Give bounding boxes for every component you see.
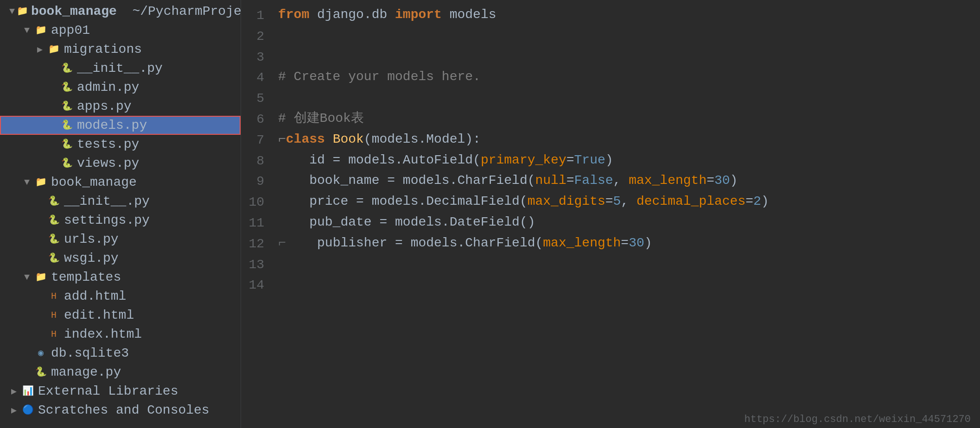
sidebar-item-db-sqlite3[interactable]: ◉ db.sqlite3 bbox=[0, 344, 241, 363]
sidebar-item-label: __init__.py bbox=[77, 61, 163, 76]
arrow-icon bbox=[9, 404, 19, 416]
py-file-icon: 🐍 bbox=[33, 366, 48, 379]
sidebar-item-app01[interactable]: 📁 app01 bbox=[0, 21, 241, 40]
html-file-icon: H bbox=[46, 290, 61, 303]
sidebar-item-label: migrations bbox=[64, 42, 142, 57]
folder-icon: 📁 bbox=[17, 5, 28, 18]
sidebar-item-ext-libs[interactable]: 📊 External Libraries bbox=[0, 382, 241, 401]
py-file-icon: 🐍 bbox=[46, 252, 61, 265]
sidebar-item-label: wsgi.py bbox=[64, 251, 119, 265]
sidebar-item-label: External Libraries bbox=[38, 384, 178, 398]
sidebar-item-tests[interactable]: 🐍 tests.py bbox=[0, 135, 241, 154]
file-tree[interactable]: 📁 book_manage ~/PycharmProjects/book_man… bbox=[0, 0, 241, 428]
sidebar-item-init1[interactable]: 🐍 __init__.py bbox=[0, 59, 241, 78]
scratches-icon: 🔵 bbox=[20, 404, 35, 417]
sidebar-item-label: manage.py bbox=[51, 365, 121, 379]
sidebar-item-wsgi[interactable]: 🐍 wsgi.py bbox=[0, 249, 241, 268]
arrow-icon bbox=[9, 385, 19, 397]
sidebar-item-label: templates bbox=[51, 270, 121, 284]
folder-icon: 📁 bbox=[33, 271, 48, 284]
sidebar-item-label: apps.py bbox=[77, 99, 132, 113]
arrow-icon bbox=[35, 44, 45, 55]
sidebar-item-label: db.sqlite3 bbox=[51, 346, 129, 360]
sidebar-item-root[interactable]: 📁 book_manage ~/PycharmProjects/book_man… bbox=[0, 2, 241, 21]
sidebar-item-edit-html[interactable]: H edit.html bbox=[0, 306, 241, 325]
code-area[interactable]: 1 2 3 4 5 6 7 8 9 10 11 12 13 14 from dj… bbox=[241, 0, 980, 428]
py-file-icon: 🐍 bbox=[46, 233, 61, 246]
footer-url: https://blog.csdn.net/weixin_44571270 bbox=[735, 411, 980, 428]
db-file-icon: ◉ bbox=[33, 347, 48, 360]
url-text: https://blog.csdn.net/weixin_44571270 bbox=[745, 414, 971, 425]
sidebar-item-scratches[interactable]: 🔵 Scratches and Consoles bbox=[0, 401, 241, 420]
sidebar-item-index-html[interactable]: H index.html bbox=[0, 325, 241, 344]
sidebar-item-label: models.py bbox=[77, 118, 147, 132]
ext-libs-icon: 📊 bbox=[20, 385, 35, 398]
py-file-icon: 🐍 bbox=[59, 81, 74, 94]
sidebar-item-models[interactable]: 🐍 models.py bbox=[0, 116, 241, 135]
py-file-icon: 🐍 bbox=[59, 119, 74, 132]
sidebar-item-label: Scratches and Consoles bbox=[38, 403, 210, 417]
arrow-icon bbox=[9, 6, 15, 17]
sidebar-item-label: admin.py bbox=[77, 80, 139, 94]
py-file-icon: 🐍 bbox=[46, 214, 61, 227]
sidebar-item-label: app01 bbox=[51, 23, 90, 38]
arrow-icon bbox=[22, 272, 32, 283]
sidebar-item-urls[interactable]: 🐍 urls.py bbox=[0, 230, 241, 249]
folder-icon: 📁 bbox=[46, 43, 61, 56]
code-lines[interactable]: from django.db import models # Create yo… bbox=[274, 5, 980, 423]
py-file-icon: 🐍 bbox=[59, 62, 74, 75]
sidebar-item-label: settings.py bbox=[64, 213, 150, 227]
py-file-icon: 🐍 bbox=[59, 157, 74, 170]
sidebar-item-label: __init__.py bbox=[64, 194, 150, 208]
py-file-icon: 🐍 bbox=[46, 195, 61, 208]
sidebar-item-label: edit.html bbox=[64, 308, 134, 322]
code-editor: 1 2 3 4 5 6 7 8 9 10 11 12 13 14 from dj… bbox=[241, 0, 980, 428]
sidebar-item-settings[interactable]: 🐍 settings.py bbox=[0, 211, 241, 230]
html-file-icon: H bbox=[46, 328, 61, 341]
sidebar-item-label: views.py bbox=[77, 156, 139, 170]
sidebar-item-label: index.html bbox=[64, 327, 142, 341]
arrow-icon bbox=[22, 25, 32, 36]
folder-icon: 📁 bbox=[33, 176, 48, 189]
sidebar-item-manage-py[interactable]: 🐍 manage.py bbox=[0, 363, 241, 382]
sidebar-item-admin[interactable]: 🐍 admin.py bbox=[0, 78, 241, 97]
sidebar-item-apps[interactable]: 🐍 apps.py bbox=[0, 97, 241, 116]
sidebar-item-label: urls.py bbox=[64, 232, 119, 246]
sidebar-item-label: tests.py bbox=[77, 137, 139, 151]
line-numbers: 1 2 3 4 5 6 7 8 9 10 11 12 13 14 bbox=[241, 5, 274, 423]
html-file-icon: H bbox=[46, 309, 61, 322]
folder-icon: 📁 bbox=[33, 24, 48, 37]
sidebar-item-label: book_manage ~/PycharmProjects/book_manag bbox=[31, 4, 241, 19]
sidebar-item-label: add.html bbox=[64, 289, 126, 303]
arrow-icon bbox=[22, 177, 32, 188]
py-file-icon: 🐍 bbox=[59, 100, 74, 113]
sidebar-item-init2[interactable]: 🐍 __init__.py bbox=[0, 192, 241, 211]
sidebar-item-book-manage-pkg[interactable]: 📁 book_manage bbox=[0, 173, 241, 192]
sidebar-item-label: book_manage bbox=[51, 175, 137, 189]
sidebar-item-views[interactable]: 🐍 views.py bbox=[0, 154, 241, 173]
sidebar-item-add-html[interactable]: H add.html bbox=[0, 287, 241, 306]
py-file-icon: 🐍 bbox=[59, 138, 74, 151]
sidebar-item-migrations[interactable]: 📁 migrations bbox=[0, 40, 241, 59]
sidebar-item-templates[interactable]: 📁 templates bbox=[0, 268, 241, 287]
